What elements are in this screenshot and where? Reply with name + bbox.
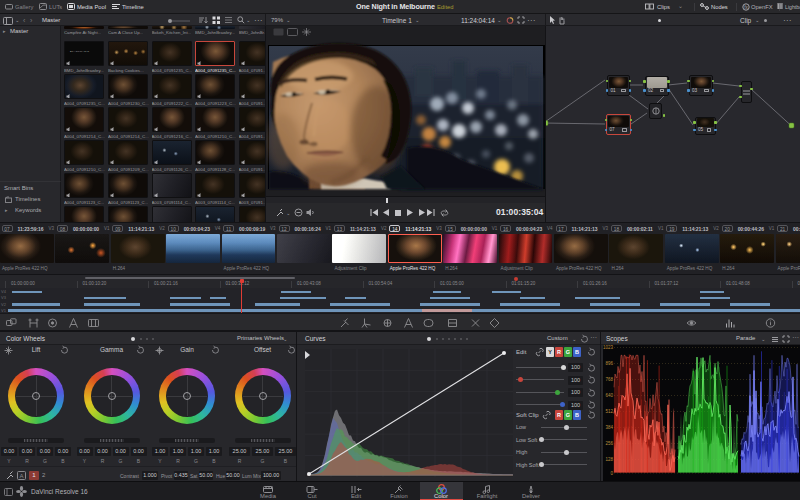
svg-text:896: 896 — [605, 361, 613, 366]
svg-text:384: 384 — [605, 425, 613, 430]
svg-text:768: 768 — [605, 377, 613, 382]
svg-text:640: 640 — [605, 393, 613, 398]
svg-text:1023: 1023 — [603, 345, 614, 350]
svg-text:512: 512 — [605, 409, 613, 414]
svg-text:A: A — [19, 473, 23, 479]
svg-text:128: 128 — [605, 457, 613, 462]
svg-text:256: 256 — [605, 441, 613, 446]
